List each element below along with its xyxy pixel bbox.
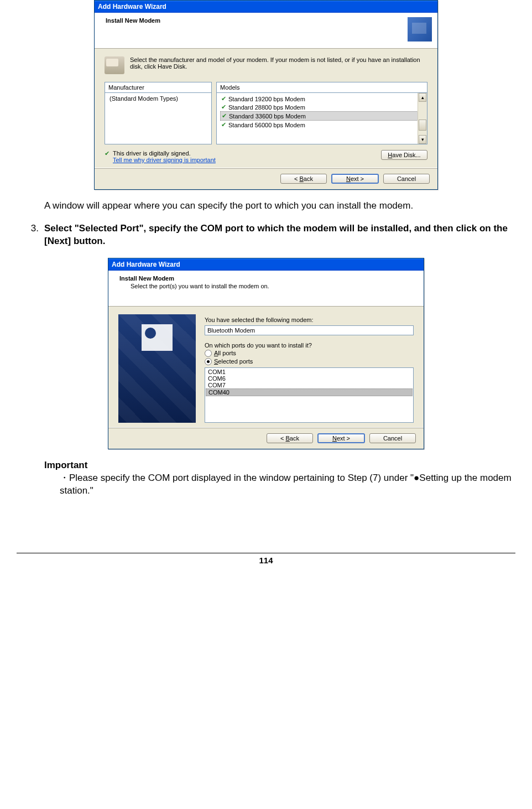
step-number: 3.: [27, 222, 39, 248]
scroll-down-icon[interactable]: ▾: [419, 135, 426, 144]
radio-selected-ports[interactable]: Selected ports: [205, 358, 414, 365]
model-item-selected[interactable]: ✔ Standard 33600 bps Modem: [220, 111, 424, 121]
certified-icon: ✔: [221, 103, 226, 111]
port-item-selected[interactable]: COM40: [206, 388, 413, 396]
dialog1-titlebar: Add Hardware Wizard: [95, 1, 437, 13]
radio-icon: [205, 350, 212, 357]
dialog2-title: Add Hardware Wizard: [112, 261, 180, 268]
next-button[interactable]: Next >: [317, 433, 365, 443]
dialog2-header: Install New Modem Select the port(s) you…: [108, 271, 424, 307]
selected-modem-value: Bluetooth Modem: [205, 325, 414, 335]
scroll-thumb[interactable]: [419, 120, 426, 131]
certified-icon: ✔: [105, 150, 109, 157]
port-item[interactable]: COM6: [206, 375, 413, 382]
models-scrollbar[interactable]: ▴ ▾: [418, 93, 427, 144]
models-header: Models: [216, 82, 427, 93]
scroll-up-icon[interactable]: ▴: [419, 93, 426, 102]
page-number: 114: [259, 556, 273, 565]
modem-header-icon: [408, 17, 432, 42]
dialog1-title: Add Hardware Wizard: [98, 3, 166, 11]
certified-icon: ✔: [221, 95, 226, 102]
next-button[interactable]: Next >: [331, 174, 379, 184]
dialog2-header-sub: Select the port(s) you want to install t…: [131, 283, 418, 289]
driver-signing-link[interactable]: Tell me why driver signing is important: [113, 157, 216, 163]
ports-listbox[interactable]: COM1 COM6 COM7 COM40: [205, 367, 414, 423]
modem-icon: [105, 56, 124, 74]
port-item[interactable]: COM1: [206, 369, 413, 375]
have-disk-button[interactable]: Have Disk...: [381, 150, 427, 160]
cancel-button[interactable]: Cancel: [369, 433, 416, 443]
manufacturer-header: Manufacturer: [105, 82, 212, 93]
port-item[interactable]: COM7: [206, 382, 413, 388]
add-hardware-wizard-dialog-2: Add Hardware Wizard Install New Modem Se…: [108, 258, 424, 449]
cancel-button[interactable]: Cancel: [383, 174, 430, 184]
manufacturer-item[interactable]: (Standard Modem Types): [108, 95, 208, 102]
selected-modem-label: You have selected the following modem:: [205, 317, 414, 323]
model-item[interactable]: ✔ Standard 28800 bps Modem: [220, 103, 424, 111]
back-button[interactable]: < Back: [267, 433, 313, 443]
dialog1-header: Install New Modem: [95, 13, 437, 49]
dialog2-titlebar: Add Hardware Wizard: [108, 258, 424, 271]
step-3: 3. Select "Selected Port", specify the C…: [27, 222, 515, 248]
radio-all-ports[interactable]: All ports: [205, 350, 414, 357]
ports-question: On which ports do you want to install it…: [205, 342, 414, 349]
important-body: ・Please specify the COM port displayed i…: [60, 472, 515, 497]
certified-icon: ✔: [222, 112, 227, 120]
dialog1-header-title: Install New Modem: [106, 17, 432, 24]
important-heading: Important: [44, 459, 515, 472]
dialog2-header-title: Install New Modem: [119, 275, 418, 282]
doc-paragraph-1: A window will appear where you can speci…: [44, 200, 515, 212]
model-item[interactable]: ✔ Standard 56000 bps Modem: [220, 121, 424, 129]
back-button[interactable]: < Back: [280, 174, 327, 184]
models-list[interactable]: ✔ Standard 19200 bps Modem ✔ Standard 28…: [216, 92, 427, 144]
radio-checked-icon: [205, 358, 212, 365]
page-footer: 114: [17, 553, 515, 565]
manufacturer-list[interactable]: (Standard Modem Types): [105, 92, 212, 144]
driver-signed-text: This driver is digitally signed.: [113, 150, 216, 157]
certified-icon: ✔: [221, 121, 226, 128]
wizard-sidebar-graphic: [118, 314, 196, 423]
model-item[interactable]: ✔ Standard 19200 bps Modem: [220, 95, 424, 103]
dialog1-instruction: Select the manufacturer and model of you…: [130, 56, 427, 70]
fax-modem-icon: [142, 324, 173, 351]
add-hardware-wizard-dialog-1: Add Hardware Wizard Install New Modem Se…: [94, 0, 438, 190]
important-block: Important ・Please specify the COM port d…: [44, 459, 515, 497]
step-text: Select "Selected Port", specify the COM …: [44, 222, 515, 248]
